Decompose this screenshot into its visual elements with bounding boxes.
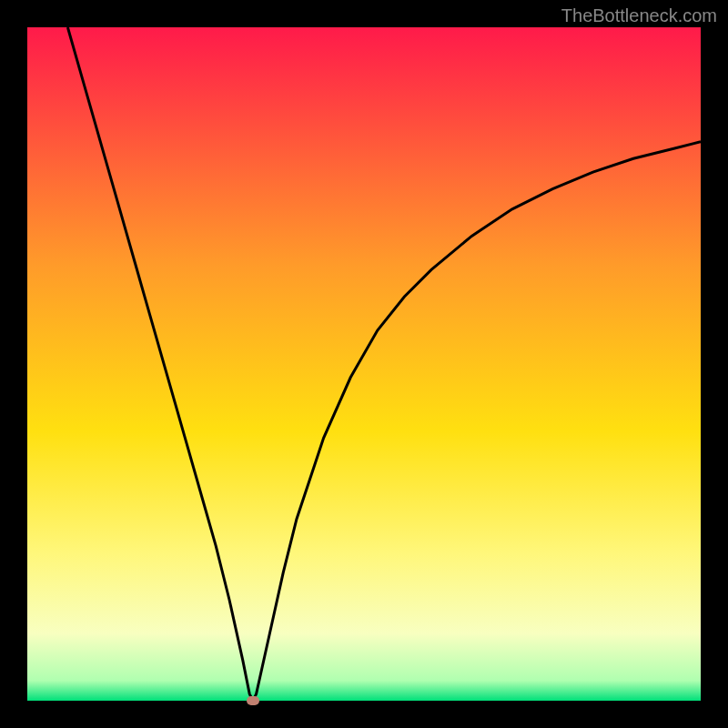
watermark-text: TheBottleneck.com <box>561 5 717 26</box>
optimal-point-marker <box>247 696 259 705</box>
gradient-background <box>27 27 701 701</box>
bottleneck-curve <box>67 27 701 701</box>
chart-svg <box>27 27 701 701</box>
chart-plot-area <box>27 27 701 701</box>
